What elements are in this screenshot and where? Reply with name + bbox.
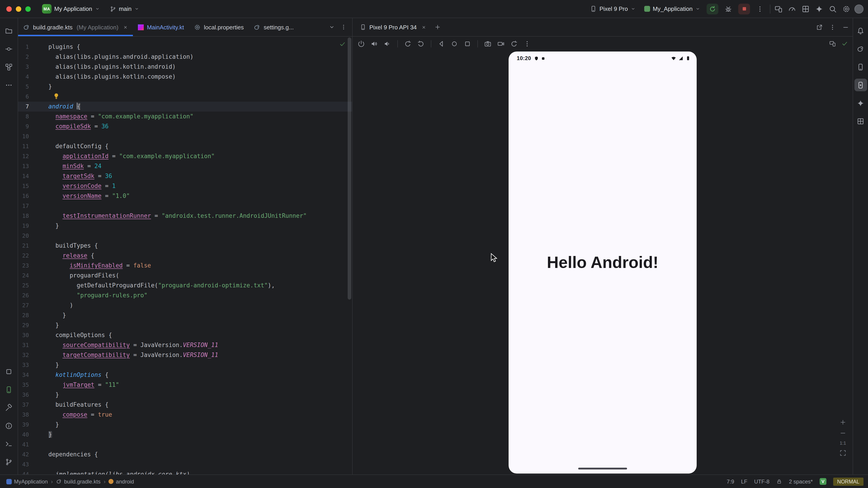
device-mirror-icon[interactable] (774, 5, 782, 13)
line-number[interactable]: 39 (18, 420, 29, 430)
search-everywhere-icon[interactable] (829, 5, 837, 13)
code-line[interactable]: 15 versionCode = 1 (18, 181, 352, 191)
code-line[interactable]: 11 defaultConfig { (18, 141, 352, 151)
code-line[interactable]: 3 alias(libs.plugins.kotlin.android) (18, 62, 352, 72)
tab-build-gradle-kts[interactable]: build.gradle.kts (My Application) (18, 18, 133, 36)
tab-mainactivity-kt[interactable]: MainActivity.kt (133, 18, 189, 36)
problems-icon[interactable] (2, 419, 15, 432)
hide-panel-icon[interactable] (842, 24, 849, 31)
code-line[interactable]: 20 (18, 231, 352, 241)
back-icon[interactable] (437, 39, 445, 48)
line-number[interactable]: 15 (18, 181, 29, 191)
code-line[interactable]: 33 } (18, 360, 352, 370)
line-number[interactable]: 33 (18, 360, 29, 370)
line-number[interactable]: 3 (18, 62, 29, 72)
version-control-icon[interactable] (2, 455, 15, 468)
code-line[interactable]: 34 kotlinOptions { (18, 370, 352, 380)
home-icon[interactable] (450, 39, 458, 48)
line-number[interactable]: 26 (18, 291, 29, 300)
editor-options-icon[interactable] (340, 24, 347, 30)
line-number[interactable]: 13 (18, 161, 29, 171)
code-line[interactable]: 42dependencies { (18, 450, 352, 459)
line-number[interactable]: 5 (18, 82, 29, 92)
code-line[interactable]: 39 } (18, 420, 352, 430)
line-number[interactable]: 17 (18, 201, 29, 211)
line-number[interactable]: 19 (18, 221, 29, 231)
code-line[interactable]: 21 buildTypes { (18, 241, 352, 251)
add-device-tab-button[interactable] (433, 22, 442, 32)
layout-inspector-icon[interactable] (802, 5, 810, 13)
line-number[interactable]: 6 (18, 92, 29, 102)
project-tool-icon[interactable] (2, 24, 15, 37)
gemini-tool-icon[interactable] (854, 97, 867, 109)
device-manager-icon[interactable] (854, 61, 867, 73)
screen-record-icon[interactable] (497, 39, 505, 48)
encoding-widget[interactable]: UTF-8 (754, 478, 770, 485)
account-avatar[interactable] (855, 4, 864, 13)
line-number[interactable]: 34 (18, 370, 29, 380)
recents-icon[interactable] (463, 39, 471, 48)
gemini-icon[interactable] (815, 5, 823, 13)
line-number[interactable]: 2 (18, 52, 29, 62)
code-line[interactable]: 13 minSdk = 24 (18, 161, 352, 171)
code-line[interactable]: 16 versionName = "1.0" (18, 191, 352, 201)
close-window-button[interactable] (6, 6, 12, 11)
code-line[interactable]: 35 jvmTarget = "11" (18, 380, 352, 390)
line-number[interactable]: 29 (18, 320, 29, 330)
line-number[interactable]: 43 (18, 459, 29, 469)
code-line[interactable]: 27 ) (18, 300, 352, 311)
code-line[interactable]: 17 (18, 201, 352, 211)
code-line[interactable]: 36 } (18, 390, 352, 400)
line-number[interactable]: 7 (18, 102, 29, 111)
code-line[interactable]: 7android { (18, 102, 352, 111)
display-settings-icon[interactable] (829, 40, 836, 47)
code-line[interactable]: 18 testInstrumentationRunner = "androidx… (18, 211, 352, 221)
code-line[interactable]: 9 compileSdk = 36 (18, 122, 352, 131)
project-selector[interactable]: MA My Application (39, 2, 103, 15)
editor-scrollbar[interactable] (348, 37, 351, 300)
line-number[interactable]: 30 (18, 330, 29, 340)
line-number[interactable]: 27 (18, 300, 29, 311)
device-selector[interactable]: Pixel 9 Pro (588, 4, 638, 13)
code-line[interactable]: 12 applicationId = "com.example.myapplic… (18, 151, 352, 161)
code-line[interactable]: 28 } (18, 311, 352, 320)
line-number[interactable]: 18 (18, 211, 29, 221)
code-line[interactable]: 26 "proguard-rules.pro" (18, 291, 352, 300)
logcat-icon[interactable] (2, 383, 15, 396)
line-number[interactable]: 4 (18, 72, 29, 82)
hidden-tabs-dropdown-icon[interactable] (329, 24, 335, 30)
profiler-icon[interactable] (788, 5, 796, 13)
cursor-position-widget[interactable]: 7:9 (727, 478, 734, 485)
code-line[interactable]: 22 release { (18, 251, 352, 261)
line-number[interactable]: 12 (18, 151, 29, 161)
code-line[interactable]: 40} (18, 430, 352, 440)
line-number[interactable]: 24 (18, 271, 29, 281)
panel-options-icon[interactable] (829, 24, 836, 31)
stop-button[interactable] (738, 3, 750, 14)
minimize-window-button[interactable] (16, 6, 21, 11)
breadcrumb-block[interactable]: android (109, 478, 134, 485)
code-line[interactable]: 23 isMinifyEnabled = false (18, 261, 352, 271)
line-number[interactable]: 25 (18, 281, 29, 291)
code-line[interactable]: 43 (18, 459, 352, 469)
reset-view-icon[interactable] (510, 39, 518, 48)
structure-tool-icon[interactable] (2, 61, 15, 73)
tab-settings-gradle[interactable]: settings.g... (249, 18, 299, 36)
code-line[interactable]: 6 (18, 92, 352, 102)
running-devices-icon[interactable] (854, 78, 867, 91)
open-in-new-window-icon[interactable] (816, 24, 823, 31)
code-line[interactable]: 30 compileOptions { (18, 330, 352, 340)
more-run-actions-button[interactable] (754, 3, 766, 14)
screenshot-icon[interactable] (484, 39, 492, 48)
gradle-tool-icon[interactable] (854, 42, 867, 55)
line-number[interactable]: 42 (18, 450, 29, 459)
zoom-ratio-label[interactable]: 1:1 (840, 441, 846, 446)
code-line[interactable]: 5} (18, 82, 352, 92)
code-line[interactable]: 10 (18, 131, 352, 141)
line-number[interactable]: 14 (18, 171, 29, 181)
tab-local-properties[interactable]: local.properties (189, 18, 249, 36)
code-line[interactable]: 32 targetCompatibility = JavaVersion.VER… (18, 350, 352, 360)
line-number[interactable]: 32 (18, 350, 29, 360)
branch-selector[interactable]: main (107, 4, 143, 14)
close-tab-icon[interactable] (123, 25, 128, 30)
